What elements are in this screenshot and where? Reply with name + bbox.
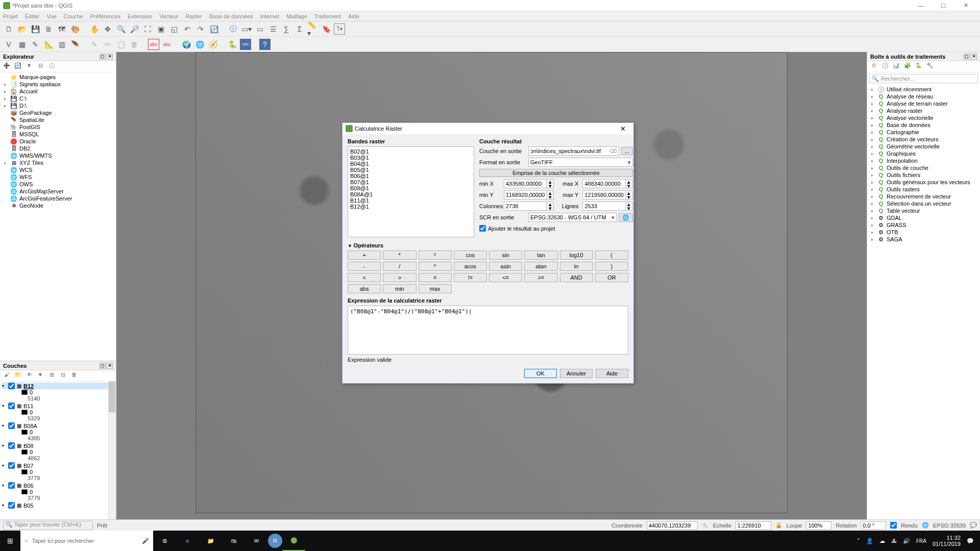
toolbox-item[interactable]: ▸QOutils généraux pour les vecteurs bbox=[869, 179, 978, 186]
toolbox-item[interactable]: ▸QAnalyse vectorielle bbox=[869, 114, 978, 121]
style-icon[interactable]: 🖌 bbox=[2, 371, 11, 381]
render-checkbox[interactable] bbox=[890, 522, 897, 529]
panel-undock-icon[interactable]: ▢ bbox=[964, 54, 970, 60]
band-item[interactable]: B08@1 bbox=[350, 185, 472, 191]
menu-traitement[interactable]: Traitement bbox=[314, 13, 341, 19]
explorer-item[interactable]: ❄GeoNode bbox=[2, 202, 114, 209]
messages-icon[interactable]: 💬 bbox=[970, 522, 977, 529]
new-gpkg-icon[interactable]: ▥ bbox=[56, 39, 67, 50]
menu-couche[interactable]: Couche bbox=[64, 13, 83, 19]
operator-button[interactable]: = bbox=[419, 273, 452, 282]
miny-field[interactable]: 1168920,00000 bbox=[504, 190, 547, 199]
toolbox-item[interactable]: ▸QAnalyse de réseau bbox=[869, 93, 978, 100]
operator-button[interactable]: asin bbox=[489, 262, 522, 271]
new-project-icon[interactable]: 🗋 bbox=[3, 23, 14, 35]
explorer-item[interactable]: ▸💾C:\ bbox=[2, 95, 114, 102]
crs-icon[interactable]: 🌐 bbox=[922, 522, 929, 529]
operator-button[interactable]: atan bbox=[524, 262, 557, 271]
band-item[interactable]: B06@1 bbox=[350, 173, 472, 179]
cols-field[interactable]: 2738 bbox=[504, 202, 547, 211]
operator-button[interactable]: sin bbox=[489, 251, 522, 260]
toolbox-item[interactable]: ▸⚙GRASS bbox=[869, 221, 978, 229]
explorer-item[interactable]: 🌐WMS/WMTS bbox=[2, 152, 114, 159]
band-item[interactable]: B02@1 bbox=[350, 148, 472, 155]
save-as-icon[interactable]: 🗎 bbox=[43, 23, 54, 35]
globe2-icon[interactable]: 🌐 bbox=[194, 39, 205, 50]
toolbox-item[interactable]: ▸QOutils rasters bbox=[869, 186, 978, 193]
text-annotation-icon[interactable]: T▾ bbox=[334, 23, 345, 35]
remove-layer-icon[interactable]: 🗑 bbox=[69, 371, 79, 381]
toolbox-tree[interactable]: ▸🕓Utilisé récemment▸QAnalyse de réseau▸Q… bbox=[867, 85, 980, 519]
operator-button[interactable]: AND bbox=[560, 273, 593, 282]
explorer-item[interactable]: 🌐WFS bbox=[2, 173, 114, 181]
explorer-item[interactable]: ▸💾D:\ bbox=[2, 102, 114, 109]
explorer-item[interactable]: 🌐ArcGisMapServer bbox=[2, 188, 114, 195]
band-item[interactable]: B08A@1 bbox=[350, 191, 472, 197]
save-icon[interactable]: 💾 bbox=[30, 23, 41, 35]
add-to-project-checkbox[interactable] bbox=[479, 225, 486, 232]
zoom-next-icon[interactable]: ↷ bbox=[195, 23, 206, 35]
band-item[interactable]: B12@1 bbox=[350, 204, 472, 210]
layer-item[interactable]: ▾▦B11 bbox=[2, 403, 114, 409]
zoom-full-icon[interactable]: ⛶ bbox=[142, 23, 153, 35]
properties-icon[interactable]: ⓘ bbox=[47, 62, 56, 71]
explorer-item[interactable]: 📦GeoPackage bbox=[2, 109, 114, 116]
globe-icon[interactable]: 🌍 bbox=[181, 39, 192, 50]
operator-button[interactable]: - bbox=[348, 262, 381, 271]
bookmark-icon[interactable]: 🔖 bbox=[321, 23, 332, 35]
operator-button[interactable]: ^ bbox=[419, 262, 452, 271]
layer-item[interactable]: ▾▦B06 bbox=[2, 482, 114, 489]
menu-extension[interactable]: Extension bbox=[128, 13, 152, 19]
cloud-icon[interactable]: ☁ bbox=[879, 538, 885, 544]
filter-layers-icon[interactable]: ▼ bbox=[36, 371, 45, 381]
collapse-icon[interactable]: ⊟ bbox=[36, 62, 45, 71]
explorer-item[interactable]: 🌐WCS bbox=[2, 166, 114, 173]
zoom-selection-icon[interactable]: ▣ bbox=[155, 23, 166, 35]
new-shapefile-icon[interactable]: 📐 bbox=[43, 39, 54, 50]
explorer-item[interactable]: ▸⊞XYZ Tiles bbox=[2, 159, 114, 166]
menu-vecteur[interactable]: Vecteur bbox=[159, 13, 178, 19]
rows-field[interactable]: 2533 bbox=[582, 202, 625, 211]
toolbox-item[interactable]: ▸🕓Utilisé récemment bbox=[869, 86, 978, 93]
operator-button[interactable]: <= bbox=[489, 273, 522, 282]
explorer-item[interactable]: 🔴Oracle bbox=[2, 138, 114, 145]
coord-field[interactable] bbox=[647, 521, 698, 530]
ok-button[interactable]: OK bbox=[524, 369, 557, 378]
file-explorer-icon[interactable]: 📁 bbox=[199, 531, 222, 551]
explorer-item[interactable]: 🗄DB2 bbox=[2, 145, 114, 152]
minimize-button[interactable]: — bbox=[910, 3, 932, 9]
operator-button[interactable]: ln bbox=[560, 262, 593, 271]
menu-aide[interactable]: Aide bbox=[348, 13, 359, 19]
layer-item[interactable]: ▾▦B08A bbox=[2, 422, 114, 429]
menu-projet[interactable]: Projet bbox=[3, 13, 18, 19]
band-item[interactable]: B11@1 bbox=[350, 197, 472, 204]
dialog-titlebar[interactable]: Calculatrice Raster ✕ bbox=[342, 123, 633, 134]
toolbox-item[interactable]: ▸QRecouvrement de vecteur bbox=[869, 193, 978, 200]
menu-raster[interactable]: Raster bbox=[186, 13, 202, 19]
mail-icon[interactable]: ✉ bbox=[245, 531, 268, 551]
filter-icon[interactable]: ▼ bbox=[24, 62, 34, 71]
zoom-last-icon[interactable]: ↶ bbox=[182, 23, 193, 35]
people-icon[interactable]: 👤 bbox=[866, 538, 873, 544]
toolbox-item[interactable]: ▸QBase de données bbox=[869, 121, 978, 129]
start-button[interactable]: ⊞ bbox=[0, 531, 20, 551]
operator-button[interactable]: >= bbox=[524, 273, 557, 282]
layer-item[interactable]: ▾▦B08 bbox=[2, 442, 114, 449]
menu-éditer[interactable]: Éditer bbox=[25, 13, 40, 19]
operator-button[interactable]: OR bbox=[595, 273, 628, 282]
band-item[interactable]: B07@1 bbox=[350, 179, 472, 185]
stats-icon[interactable]: Σ bbox=[294, 23, 305, 35]
maxx-field[interactable]: 488340,00000 bbox=[582, 179, 625, 188]
operator-button[interactable]: ² bbox=[419, 251, 452, 260]
layer-extent-button[interactable]: Emprise de la couche sélectionnée bbox=[479, 169, 633, 177]
pan-icon[interactable]: ✋ bbox=[89, 23, 100, 35]
toolbox-item[interactable]: ▸⚙OTB bbox=[869, 229, 978, 236]
layout-icon[interactable]: 🗺 bbox=[56, 23, 67, 35]
dialog-close-button[interactable]: ✕ bbox=[615, 125, 630, 133]
store-icon[interactable]: 🛍 bbox=[222, 531, 245, 551]
maxy-field[interactable]: 1219580,00000 bbox=[582, 190, 625, 199]
refresh-icon[interactable]: 🔃 bbox=[13, 62, 22, 71]
operator-button[interactable]: > bbox=[383, 273, 416, 282]
bands-listbox[interactable]: B02@1B03@1B04@1B05@1B06@1B07@1B08@1B08A@… bbox=[348, 146, 474, 237]
toolbox-search[interactable]: 🔍 Rechercher... bbox=[869, 74, 978, 83]
